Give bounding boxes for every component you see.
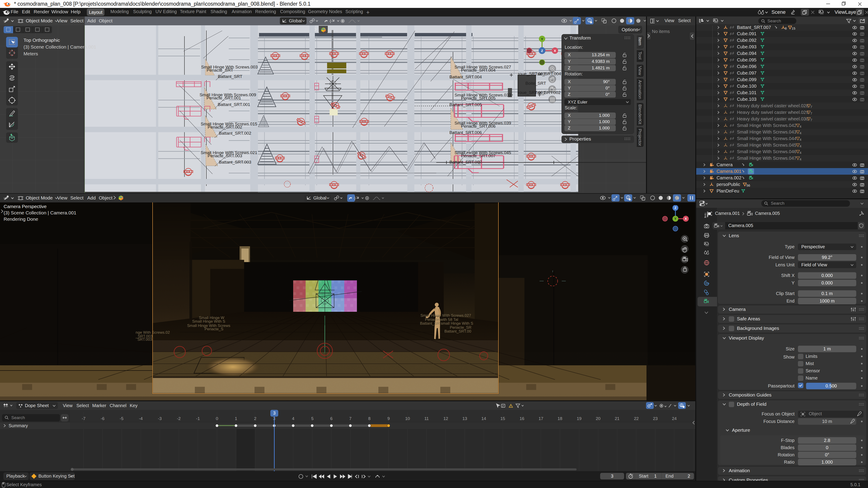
svg-text:Y: Y bbox=[541, 37, 543, 41]
svg-text:X: X bbox=[554, 49, 556, 53]
svg-text:X: X bbox=[685, 217, 687, 221]
svg-text:Z: Z bbox=[675, 206, 677, 210]
svg-text:Z: Z bbox=[541, 49, 543, 53]
svg-text:SRT.003: SRT.003 bbox=[137, 337, 152, 341]
svg-text:Y: Y bbox=[674, 217, 677, 221]
